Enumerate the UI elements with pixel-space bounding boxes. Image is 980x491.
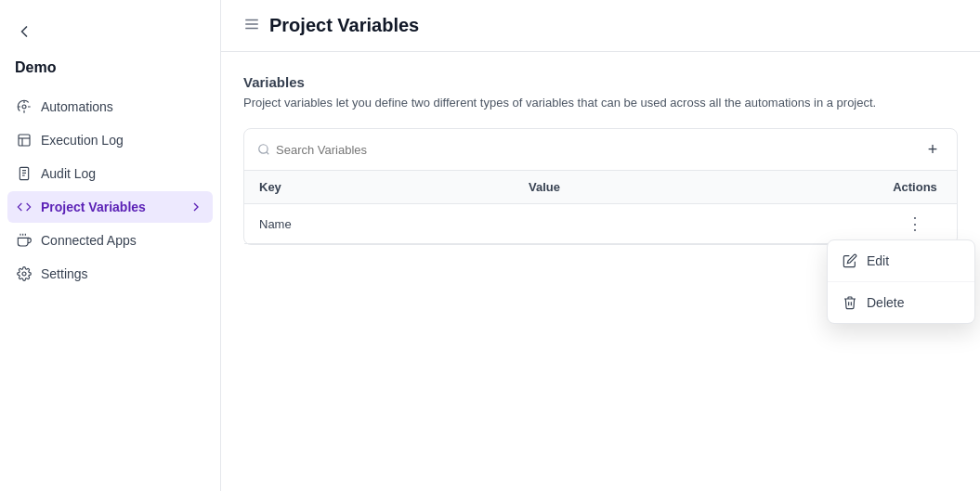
delete-icon: [843, 295, 857, 310]
sidebar-item-project-variables[interactable]: Project Variables: [7, 191, 213, 223]
sidebar-item-audit-log[interactable]: Audit Log: [7, 158, 213, 189]
delete-label: Delete: [867, 295, 904, 310]
connected-apps-icon: [17, 233, 32, 248]
audit-log-icon: [17, 166, 32, 181]
col-key: Key: [244, 171, 514, 204]
connected-apps-label: Connected Apps: [41, 233, 137, 248]
hamburger-icon: [243, 16, 260, 36]
svg-rect-1: [19, 135, 30, 146]
col-value: Value: [514, 171, 873, 204]
page-title: Project Variables: [269, 15, 419, 36]
automations-icon: [17, 99, 32, 114]
main-body: Variables Project variables let you defi…: [221, 52, 980, 491]
sidebar-item-automations[interactable]: Automations: [7, 91, 213, 123]
svg-rect-4: [20, 167, 28, 179]
sidebar-item-settings[interactable]: Settings: [7, 258, 213, 290]
edit-label: Edit: [867, 253, 889, 268]
section-title: Variables: [243, 74, 958, 90]
edit-menu-item[interactable]: Edit: [828, 240, 974, 281]
svg-line-16: [267, 152, 269, 155]
main-content: Project Variables Variables Project vari…: [221, 0, 980, 491]
execution-log-icon: [17, 133, 32, 148]
project-variables-label: Project Variables: [41, 200, 146, 214]
settings-icon: [17, 266, 32, 281]
project-variables-icon: [17, 200, 32, 214]
settings-label: Settings: [41, 266, 88, 281]
sidebar: Demo Automations Execution Log: [0, 0, 221, 491]
page-header: Project Variables: [221, 0, 980, 52]
variables-table: Key Value Actions Name ⋮: [244, 171, 957, 244]
svg-point-0: [22, 105, 26, 109]
table-row: Name ⋮ Edit: [244, 204, 957, 244]
chevron-right-icon: [189, 200, 203, 214]
row-actions-button[interactable]: ⋮: [901, 213, 929, 234]
cell-value: [514, 204, 873, 244]
svg-point-15: [259, 145, 268, 153]
audit-log-label: Audit Log: [41, 166, 96, 181]
delete-menu-item[interactable]: Delete: [828, 282, 974, 323]
section-description: Project variables let you define two dif…: [243, 96, 958, 110]
search-bar: +: [244, 129, 957, 171]
project-title: Demo: [0, 59, 220, 91]
back-button[interactable]: [0, 15, 220, 59]
context-menu: Edit Dele: [827, 239, 975, 324]
automations-label: Automations: [41, 99, 113, 114]
search-input-wrap: [257, 143, 443, 157]
sidebar-item-connected-apps[interactable]: Connected Apps: [7, 225, 213, 256]
search-input[interactable]: [276, 143, 443, 157]
table-header-row: Key Value Actions: [244, 171, 957, 204]
execution-log-label: Execution Log: [41, 133, 124, 148]
cell-key: Name: [244, 204, 514, 244]
sidebar-nav: Automations Execution Log Audit Log: [0, 91, 220, 290]
cell-actions: ⋮ Edit: [873, 204, 957, 244]
variables-container: + Key Value Actions Name ⋮: [243, 128, 958, 245]
add-variable-button[interactable]: +: [921, 138, 944, 161]
sidebar-item-execution-log[interactable]: Execution Log: [7, 124, 213, 156]
col-actions: Actions: [873, 171, 957, 204]
svg-point-11: [22, 272, 26, 276]
edit-icon: [843, 253, 857, 268]
search-icon: [257, 143, 270, 156]
